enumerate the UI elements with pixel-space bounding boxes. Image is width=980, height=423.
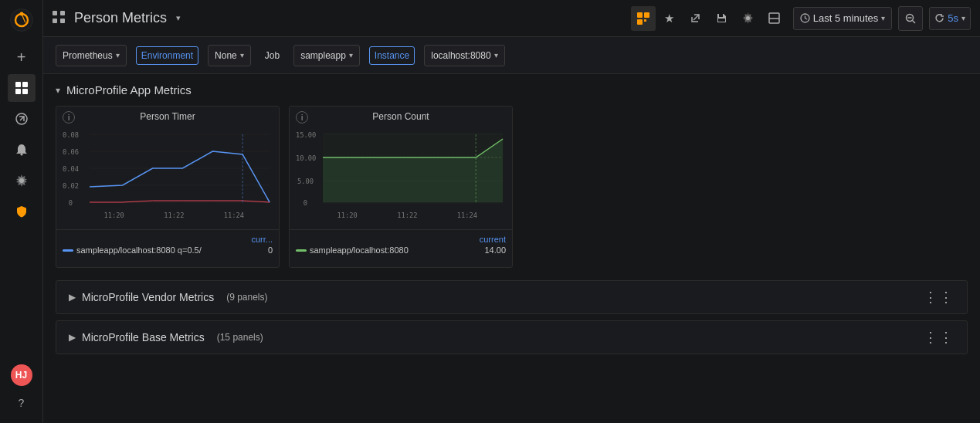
- panel-editor-button[interactable]: [631, 6, 656, 31]
- legend-value-2: 14.00: [484, 245, 506, 255]
- svg-rect-20: [718, 19, 725, 22]
- sidebar-item-shield[interactable]: [8, 198, 36, 225]
- sidebar-item-dashboards[interactable]: [8, 74, 36, 102]
- person-timer-panel: i Person Timer 0.08 0.06 0.04: [56, 106, 280, 268]
- svg-text:0.06: 0.06: [63, 148, 79, 156]
- svg-rect-5: [22, 82, 28, 87]
- refresh-button[interactable]: 5s ▾: [929, 7, 971, 30]
- instance-chevron: ▾: [494, 51, 498, 59]
- datasource-selector[interactable]: Prometheus ▾: [56, 45, 127, 66]
- svg-text:0.08: 0.08: [63, 131, 79, 139]
- environment-value: None: [215, 50, 237, 61]
- sidebar: + HJ ?: [0, 0, 43, 423]
- sidebar-bottom: HJ ?: [8, 364, 36, 417]
- svg-text:0.04: 0.04: [63, 165, 79, 173]
- legend-value: 0: [268, 245, 273, 255]
- job-selector[interactable]: sampleapp ▾: [293, 45, 360, 66]
- svg-text:15.00: 15.00: [296, 131, 316, 139]
- person-count-panel: i Person Count 15.00 10.00: [289, 106, 513, 268]
- svg-rect-9: [20, 154, 22, 156]
- refresh-chevron: ▾: [961, 14, 965, 22]
- vendor-metrics-chevron: ▶: [69, 292, 76, 303]
- filterbar: Prometheus ▾ Environment None ▾ Job samp…: [43, 37, 980, 74]
- sidebar-item-alerting[interactable]: [8, 136, 36, 164]
- base-metrics-left: ▶MicroProfile Base Metrics(15 panels): [69, 331, 263, 343]
- time-range-chevron: ▾: [881, 14, 885, 22]
- settings-button[interactable]: [736, 6, 761, 31]
- svg-rect-16: [644, 12, 649, 18]
- job-chevron: ▾: [349, 51, 353, 59]
- svg-text:0: 0: [303, 199, 307, 207]
- legend-row-2: sampleapp/localhost:8080 14.00: [296, 245, 506, 255]
- svg-text:11:20: 11:20: [103, 212, 124, 219]
- base-metrics-title: MicroProfile Base Metrics: [82, 331, 205, 343]
- job-value: sampleapp: [300, 50, 346, 61]
- apps-icon[interactable]: [53, 11, 65, 26]
- base-metrics-section[interactable]: ▶MicroProfile Base Metrics(15 panels) ⋮⋮: [56, 320, 968, 354]
- zoom-out-button[interactable]: [898, 6, 923, 31]
- svg-rect-14: [60, 19, 65, 23]
- svg-line-26: [913, 20, 916, 23]
- svg-rect-11: [53, 11, 57, 15]
- app-metrics-title: MicroProfile App Metrics: [66, 83, 192, 96]
- svg-text:11:24: 11:24: [457, 212, 477, 219]
- main: Person Metrics ▾ ★: [43, 0, 980, 423]
- vendor-metrics-title: MicroProfile Vendor Metrics: [82, 291, 214, 303]
- svg-text:11:22: 11:22: [397, 212, 417, 219]
- base-count: (15 panels): [217, 332, 263, 343]
- title-chevron[interactable]: ▾: [176, 13, 181, 23]
- svg-text:0: 0: [69, 199, 73, 207]
- sidebar-item-config[interactable]: [8, 167, 36, 195]
- svg-text:0.02: 0.02: [63, 182, 79, 190]
- legend-row: sampleapp/localhost:8080 q=0.5/ 0: [63, 245, 273, 255]
- person-timer-current-header: curr...: [63, 235, 273, 244]
- app-metrics-section-header[interactable]: ▾ MicroProfile App Metrics: [56, 83, 968, 96]
- panel-info-icon[interactable]: i: [63, 111, 75, 124]
- instance-value: localhost:8080: [431, 50, 490, 61]
- legend-color-swatch-2: [296, 249, 307, 252]
- sidebar-item-add[interactable]: +: [8, 43, 36, 71]
- vendor-metrics-menu[interactable]: ⋮⋮: [924, 289, 955, 306]
- vendor-metrics-section[interactable]: ▶MicroProfile Vendor Metrics(9 panels) ⋮…: [56, 280, 968, 314]
- svg-text:10.00: 10.00: [296, 154, 316, 162]
- share-button[interactable]: [683, 6, 708, 31]
- svg-rect-4: [15, 82, 21, 87]
- base-metrics-menu[interactable]: ⋮⋮: [924, 329, 955, 346]
- vendor-metrics-left: ▶MicroProfile Vendor Metrics(9 panels): [69, 291, 268, 303]
- sidebar-item-explore[interactable]: [8, 105, 36, 133]
- cycle-view-button[interactable]: [762, 6, 787, 31]
- job-label: Job: [260, 47, 284, 64]
- sidebar-item-help[interactable]: ?: [8, 389, 36, 417]
- avatar[interactable]: HJ: [11, 364, 32, 386]
- datasource-label: Prometheus: [63, 50, 113, 61]
- save-button[interactable]: [710, 6, 734, 31]
- instance-label: Instance: [369, 46, 415, 65]
- person-count-current-header: current: [296, 235, 506, 244]
- person-count-header: i Person Count: [290, 107, 512, 124]
- svg-text:11:20: 11:20: [337, 212, 357, 219]
- legend-label-2: sampleapp/localhost:8080: [310, 245, 409, 255]
- svg-rect-17: [637, 19, 643, 25]
- legend-label: sampleapp/localhost:8080 q=0.5/: [76, 245, 202, 255]
- time-range-picker[interactable]: Last 5 minutes ▾: [793, 7, 893, 30]
- environment-selector[interactable]: None ▾: [208, 45, 251, 66]
- svg-text:5.00: 5.00: [297, 178, 314, 185]
- grafana-logo[interactable]: [8, 6, 36, 34]
- refresh-interval: 5s: [948, 12, 958, 24]
- app-metrics-panels: i Person Timer 0.08 0.06 0.04: [56, 106, 968, 268]
- panel-info-icon-2[interactable]: i: [296, 111, 308, 124]
- person-count-title: Person Count: [372, 111, 429, 122]
- environment-chevron: ▾: [240, 51, 244, 59]
- instance-selector[interactable]: localhost:8080 ▾: [424, 45, 504, 66]
- environment-label: Environment: [136, 46, 198, 65]
- person-count-chart: 15.00 10.00 5.00 0 11:20 11:22 11:24: [290, 124, 512, 229]
- time-range-label: Last 5 minutes: [813, 12, 879, 24]
- svg-rect-15: [637, 12, 643, 18]
- legend-color-swatch: [63, 249, 73, 252]
- person-timer-legend: curr... sampleapp/localhost:8080 q=0.5/ …: [56, 229, 279, 258]
- star-button[interactable]: ★: [657, 6, 682, 31]
- svg-text:11:22: 11:22: [164, 212, 184, 219]
- legend-item: sampleapp/localhost:8080 q=0.5/: [63, 245, 202, 255]
- svg-rect-13: [53, 19, 57, 23]
- vendor-count: (9 panels): [226, 292, 267, 303]
